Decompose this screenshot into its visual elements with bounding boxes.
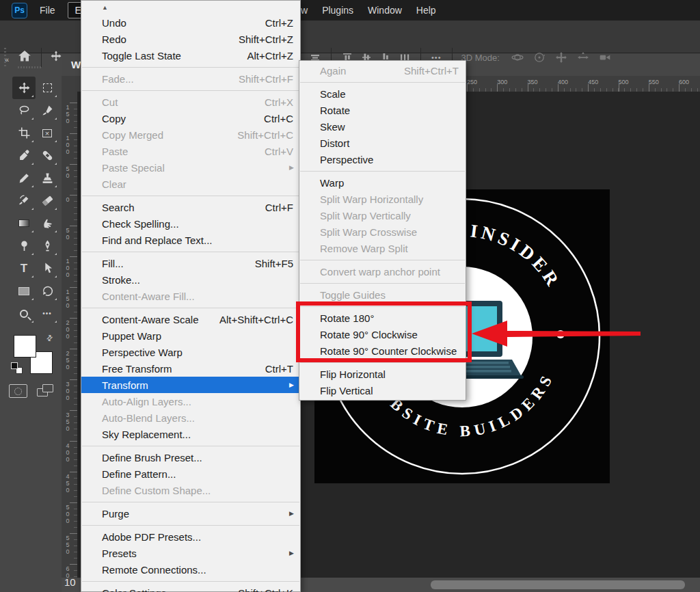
menu-item: Fade... Shift+Ctrl+F ▶ [81, 70, 300, 87]
menu-item[interactable]: Free Transform Ctrl+T ▶ [81, 360, 300, 377]
menu-item[interactable]: Sky Replacement... ▶ [81, 426, 300, 442]
3d-camera-icon[interactable] [597, 51, 612, 64]
menu-item[interactable]: Puppet Warp ▶ [81, 327, 300, 344]
menubar-view-fragment[interactable]: w [301, 5, 308, 16]
menu-item[interactable]: Remote Connections... ▶ [81, 561, 300, 578]
menubar-help[interactable]: Help [416, 5, 436, 16]
menu-item[interactable]: Presets ▶ [81, 545, 300, 561]
brush-tool[interactable] [12, 167, 36, 189]
menu-item[interactable]: Check Spelling... ▶ [81, 215, 300, 232]
menu-item[interactable]: Stroke... ▶ [81, 271, 300, 288]
path-selection-tool[interactable] [36, 257, 59, 280]
menu-item[interactable]: Flip Vertical ▶ [299, 382, 466, 399]
menu-scroll-up-icon[interactable]: ▲ [81, 1, 300, 14]
frame-tool[interactable]: × [36, 122, 59, 144]
ruler-label: 100 [64, 258, 70, 278]
clone-stamp-tool[interactable] [36, 167, 59, 189]
home-icon[interactable] [18, 49, 31, 66]
ruler-label: 400 [64, 442, 70, 463]
menu-item[interactable]: Define Pattern... ▶ [81, 466, 300, 482]
gradient-tool[interactable] [12, 212, 36, 234]
menu-item[interactable]: Search Ctrl+F ▶ [81, 199, 300, 215]
pen-tool[interactable] [36, 234, 59, 257]
screen-mode-button[interactable] [37, 384, 55, 398]
vertical-ruler: 1501005005010015020025030035040045050055… [62, 92, 77, 592]
menu-item[interactable]: Skew ▶ [299, 118, 466, 135]
menu-item: Convert warp anchor point ▶ [299, 263, 466, 280]
ruler-label: 300 [497, 79, 507, 85]
tools-panel: « × [0, 53, 62, 592]
ruler-label: 250 [64, 350, 70, 371]
healing-brush-tool[interactable] [36, 144, 59, 167]
menu-item[interactable]: Warp ▶ [299, 174, 466, 191]
menu-item[interactable]: Purge ▶ [81, 505, 300, 522]
move-tool-options-icon[interactable] [51, 51, 62, 64]
menu-item[interactable]: Toggle Last State Alt+Ctrl+Z ▶ [81, 47, 300, 64]
history-brush-tool[interactable] [12, 189, 36, 212]
menu-separator [82, 90, 299, 91]
options-bar-grip-icon[interactable] [4, 48, 6, 67]
lasso-tool[interactable] [12, 99, 36, 122]
foreground-color-swatch[interactable] [14, 335, 36, 358]
annotation-arrow-icon [465, 312, 643, 355]
swap-colors-icon[interactable]: ⇄ [44, 333, 55, 344]
menu-item[interactable]: Redo Shift+Ctrl+Z ▶ [81, 31, 300, 47]
eyedropper-tool[interactable] [12, 144, 36, 167]
type-tool[interactable]: T [12, 257, 36, 280]
menu-item[interactable]: Scale ▶ [299, 85, 466, 102]
menu-item: Define Custom Shape... ▶ [81, 482, 300, 498]
menu-item[interactable]: Content-Aware Scale Alt+Shift+Ctrl+C ▶ [81, 311, 300, 327]
menu-item[interactable]: Adobe PDF Presets... ▶ [81, 528, 300, 545]
document-tab-title-fragment[interactable]: W [71, 59, 81, 70]
ruler-label: 600 [679, 79, 689, 85]
menu-item[interactable]: Distort ▶ [299, 135, 466, 151]
more-tools-icon[interactable]: ••• [36, 302, 59, 325]
ruler-label: 100 [64, 135, 70, 155]
menu-item[interactable]: Rotate ▶ [299, 102, 466, 118]
menu-separator [82, 525, 299, 526]
menubar-file[interactable]: File [33, 3, 62, 18]
menu-item: Split Warp Crosswise ▶ [299, 224, 466, 240]
quick-mask-mode-button[interactable] [9, 384, 27, 398]
edit-menu-items: Undo Ctrl+Z ▶ Redo Shift+Ctrl+Z ▶ Toggle… [81, 14, 300, 592]
submenu-arrow-icon: ▶ [289, 381, 294, 388]
crop-tool[interactable] [12, 122, 36, 144]
menu-item[interactable]: Transform ▶ [81, 377, 300, 393]
default-colors-icon[interactable] [11, 362, 23, 375]
menu-item: Paste Special ▶ [81, 159, 300, 176]
dodge-tool[interactable] [12, 234, 36, 257]
menu-item[interactable]: Fill... Shift+F5 ▶ [81, 255, 300, 271]
menu-item[interactable]: Copy Ctrl+C ▶ [81, 110, 300, 126]
menu-item[interactable]: Define Brush Preset... ▶ [81, 449, 300, 466]
menu-item[interactable]: Undo Ctrl+Z ▶ [81, 14, 300, 31]
menu-item: Auto-Blend Layers... ▶ [81, 409, 300, 426]
menu-item: Paste Ctrl+V ▶ [81, 143, 300, 159]
quick-selection-tool[interactable] [36, 99, 59, 122]
move-tool[interactable] [12, 77, 36, 99]
submenu-arrow-icon: ▶ [289, 550, 294, 556]
panel-grip-icon[interactable] [18, 66, 42, 68]
menubar-window[interactable]: Window [368, 5, 402, 16]
rotate-view-tool[interactable] [36, 280, 59, 302]
photoshop-app-icon[interactable]: Ps [12, 3, 27, 18]
ruler-label: 500 [64, 504, 70, 524]
ruler-label: 150 [64, 104, 70, 124]
menu-item[interactable]: Find and Replace Text... ▶ [81, 232, 300, 248]
smudge-tool[interactable] [36, 212, 59, 234]
menu-item[interactable]: Perspective ▶ [299, 151, 466, 167]
rectangle-tool[interactable] [12, 280, 36, 302]
3d-orbit-icon[interactable] [510, 51, 525, 64]
menu-item[interactable]: Color Settings... Shift+Ctrl+K ▶ [81, 584, 300, 592]
menu-separator [300, 283, 465, 284]
3d-roll-icon[interactable] [532, 51, 547, 64]
rectangular-marquee-tool[interactable] [36, 77, 59, 99]
ruler-label: 350 [528, 79, 538, 85]
menu-item[interactable]: Perspective Warp ▶ [81, 344, 300, 360]
zoom-tool[interactable] [12, 302, 36, 325]
3d-slide-icon[interactable] [576, 51, 591, 64]
eraser-tool[interactable] [36, 189, 59, 212]
menubar-plugins[interactable]: Plugins [322, 5, 353, 16]
horizontal-scrollbar-thumb[interactable] [431, 580, 685, 589]
menu-item[interactable]: Flip Horizontal ▶ [299, 366, 466, 382]
3d-pan-icon[interactable] [554, 51, 569, 64]
